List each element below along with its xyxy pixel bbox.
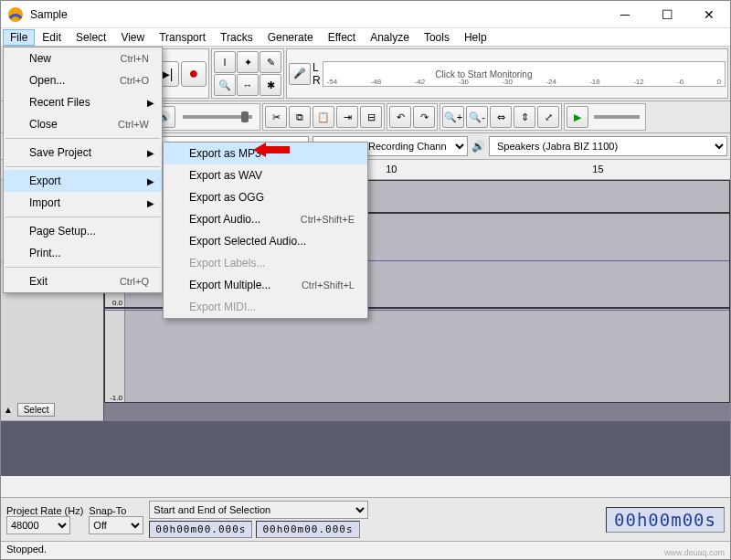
menu-tools[interactable]: Tools (417, 29, 457, 46)
cut-icon[interactable]: ✂ (265, 106, 287, 128)
menu-item-new[interactable]: NewCtrl+N (4, 48, 162, 69)
edit-toolbar: ✂ ⧉ 📋 ⇥ ⊟ (262, 103, 385, 131)
fit-project-icon[interactable]: ⇕ (514, 106, 535, 128)
menu-item-export-midi: Export MIDI... (164, 296, 367, 318)
menu-effect[interactable]: Effect (321, 29, 363, 46)
status-bar: Stopped. (1, 541, 730, 559)
redo-icon[interactable]: ↷ (413, 106, 435, 128)
track-select-button[interactable]: Select (17, 403, 56, 417)
selection-start-time[interactable]: 00h00m00.000s (149, 521, 252, 538)
mixer-toolbar: 🔊 (151, 103, 260, 131)
menu-edit[interactable]: Edit (35, 29, 69, 46)
play-speed-icon[interactable]: ▶ (567, 106, 588, 128)
menu-item-print[interactable]: Print... (4, 242, 162, 264)
minimize-button[interactable]: ─ (604, 1, 646, 28)
paste-icon[interactable]: 📋 (313, 106, 334, 128)
snap-to-label: Snap-To (89, 505, 143, 516)
menu-analyze[interactable]: Analyze (363, 29, 417, 46)
annotation-arrow-icon (253, 141, 290, 159)
recording-meter[interactable]: 🎤 LR Click to Start Monitoring -54-48-42… (286, 48, 728, 99)
menu-tracks[interactable]: Tracks (213, 29, 260, 46)
selection-end-time[interactable]: 00h00m00.000s (256, 521, 359, 538)
selection-tool-icon[interactable]: I (214, 51, 236, 73)
export-submenu: Export as MP3 Export as WAV Export as OG… (163, 142, 368, 319)
menu-generate[interactable]: Generate (260, 29, 321, 46)
menu-item-export-multiple[interactable]: Export Multiple...Ctrl+Shift+L (164, 274, 367, 296)
silence-icon[interactable]: ⊟ (360, 106, 382, 128)
fit-selection-icon[interactable]: ⇔ (490, 106, 512, 128)
menu-item-close[interactable]: CloseCtrl+W (4, 113, 162, 135)
project-rate-select[interactable]: 48000 (6, 516, 70, 534)
file-menu-dropdown: NewCtrl+N Open...Ctrl+O Recent Files▶ Cl… (3, 47, 163, 293)
menu-item-export-audio[interactable]: Export Audio...Ctrl+Shift+E (164, 208, 367, 230)
menu-item-open[interactable]: Open...Ctrl+O (4, 69, 162, 91)
menu-item-import[interactable]: Import▶ (4, 192, 162, 214)
menu-view[interactable]: View (113, 29, 152, 46)
envelope-tool-icon[interactable]: ✦ (237, 51, 259, 73)
menu-item-exit[interactable]: ExitCtrl+Q (4, 270, 162, 292)
selection-toolbar: Project Rate (Hz) 48000 Snap-To Off Star… (1, 497, 730, 541)
zoom-in-icon[interactable]: 🔍+ (442, 106, 464, 128)
audio-position-time[interactable]: 00h00m00s (606, 507, 725, 533)
menu-item-export-labels: Export Labels... (164, 252, 367, 274)
output-device-select[interactable]: Speakers (Jabra BIZ 1100) (489, 136, 727, 156)
menu-item-page-setup[interactable]: Page Setup... (4, 220, 162, 242)
multi-tool-icon[interactable]: ✱ (260, 74, 281, 96)
speaker-icon: 🔊 (471, 140, 485, 153)
menu-item-recent[interactable]: Recent Files▶ (4, 91, 162, 113)
project-rate-label: Project Rate (Hz) (6, 505, 83, 516)
svg-marker-1 (253, 143, 290, 157)
menu-item-export-selected[interactable]: Export Selected Audio... (164, 230, 367, 252)
record-button[interactable]: ● (181, 61, 207, 87)
menu-select[interactable]: Select (69, 29, 113, 46)
status-text: Stopped. (6, 544, 47, 557)
timeshift-tool-icon[interactable]: ↔ (237, 74, 259, 96)
selection-mode-select[interactable]: Start and End of Selection (149, 501, 368, 519)
menubar: File Edit Select View Transport Tracks G… (1, 28, 730, 47)
close-button[interactable]: ✕ (688, 1, 730, 28)
maximize-button[interactable]: ☐ (646, 1, 688, 28)
menu-item-export-ogg[interactable]: Export as OGG (164, 186, 367, 208)
app-icon (6, 5, 25, 24)
menu-file[interactable]: File (3, 29, 35, 46)
zoom-toolbar: 🔍+ 🔍- ⇔ ⇕ ⤢ (440, 103, 562, 131)
menu-item-export-wav[interactable]: Export as WAV (164, 164, 367, 186)
undo-icon[interactable]: ↶ (389, 106, 411, 128)
zoom-out-icon[interactable]: 🔍- (466, 106, 488, 128)
mic-icon: 🎤 (289, 63, 311, 85)
meter-lr-label: LR (313, 61, 321, 87)
zoom-tool-icon[interactable]: 🔍 (214, 74, 236, 96)
menu-item-export[interactable]: Export▶ (4, 170, 162, 192)
zoom-toggle-icon[interactable]: ⤢ (537, 106, 559, 128)
tools-toolbar: I ✦ ✎ 🔍 ↔ ✱ (211, 48, 284, 99)
draw-tool-icon[interactable]: ✎ (260, 51, 281, 73)
watermark: www.deuaq.com (664, 548, 725, 557)
copy-icon[interactable]: ⧉ (289, 106, 311, 128)
menu-help[interactable]: Help (457, 29, 494, 46)
trim-icon[interactable]: ⇥ (336, 106, 358, 128)
undo-toolbar: ↶ ↷ (387, 103, 438, 131)
titlebar: Sample ─ ☐ ✕ (1, 1, 730, 28)
play-at-speed-toolbar: ▶ (564, 103, 646, 131)
window-title: Sample (30, 8, 604, 21)
snap-to-select[interactable]: Off (89, 516, 143, 534)
collapse-icon[interactable]: ▲ (4, 405, 13, 415)
menu-item-save-project[interactable]: Save Project▶ (4, 142, 162, 164)
empty-tracks-area (1, 421, 730, 476)
menu-transport[interactable]: Transport (152, 29, 213, 46)
